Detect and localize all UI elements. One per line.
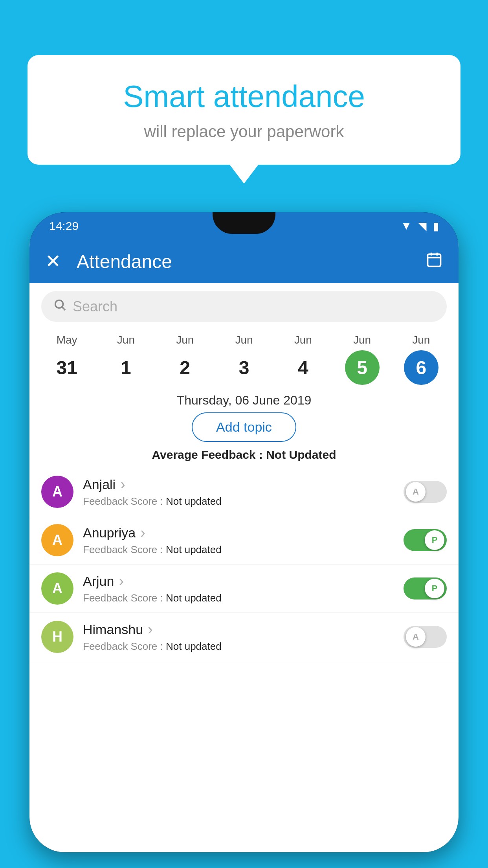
student-avatar: A [41,572,73,605]
student-avatar: A [41,476,73,508]
attendance-toggle[interactable]: P [404,529,447,551]
cal-date-number: 6 [404,350,438,385]
calendar-day-4[interactable]: Jun4 [279,334,327,385]
student-feedback-score: Feedback Score : Not updated [83,640,397,653]
attendance-toggle[interactable]: A [404,481,447,503]
student-name: Arjun [83,573,397,590]
speech-bubble-container: Smart attendance will replace your paper… [28,55,460,165]
average-feedback-label: Average Feedback : Not Updated [29,448,459,462]
student-name: Anjali [83,476,397,493]
cal-month-label: Jun [117,334,135,346]
feedback-prefix: Average Feedback : [152,448,266,461]
cal-month-label: May [57,334,77,346]
bubble-subtitle: will replace your paperwork [59,122,429,141]
cal-date-number: 2 [168,350,202,385]
svg-point-4 [55,300,63,308]
bubble-title: Smart attendance [59,79,429,114]
cal-date-number: 4 [286,350,320,385]
notch [213,212,275,234]
search-icon [53,298,66,315]
attendance-toggle[interactable]: P [404,577,447,600]
calendar-day-3[interactable]: Jun3 [220,334,268,385]
student-feedback-score: Feedback Score : Not updated [83,592,397,604]
student-avatar: H [41,621,73,653]
cal-month-label: Jun [235,334,253,346]
status-time: 14:29 [49,219,79,233]
student-item-2: AArjunFeedback Score : Not updatedP [29,565,459,613]
page-title: Attendance [77,251,426,272]
battery-icon: ▮ [433,220,439,233]
calendar-day-0[interactable]: May31 [43,334,90,385]
phone-frame: 14:29 ▼ ◥ ▮ ✕ Attendance [29,212,459,852]
calendar-strip: May31Jun1Jun2Jun3Jun4Jun5Jun6 [29,330,459,387]
student-feedback-score: Feedback Score : Not updated [83,495,397,508]
cal-date-number: 5 [345,350,380,385]
cal-month-label: Jun [353,334,371,346]
app-header: ✕ Attendance [29,240,459,283]
svg-line-5 [62,307,65,310]
calendar-day-6[interactable]: Jun6 [398,334,445,385]
selected-date-label: Thursday, 06 June 2019 [29,393,459,408]
app-screen: ✕ Attendance Search Ma [29,240,459,852]
calendar-day-1[interactable]: Jun1 [102,334,149,385]
feedback-value: Not Updated [266,448,336,461]
student-info[interactable]: AnupriyaFeedback Score : Not updated [83,524,397,556]
cal-date-number: 3 [227,350,261,385]
student-item-3: HHimanshuFeedback Score : Not updatedA [29,613,459,661]
cal-month-label: Jun [176,334,194,346]
add-topic-button[interactable]: Add topic [192,412,296,442]
student-name: Himanshu [83,621,397,638]
calendar-day-2[interactable]: Jun2 [161,334,209,385]
status-icons: ▼ ◥ ▮ [401,220,439,233]
student-feedback-score: Feedback Score : Not updated [83,544,397,556]
search-bar[interactable]: Search [41,291,447,322]
search-placeholder: Search [73,298,117,315]
signal-icon: ◥ [418,220,427,233]
calendar-day-5[interactable]: Jun5 [339,334,386,385]
student-avatar: A [41,524,73,556]
student-item-0: AAnjaliFeedback Score : Not updatedA [29,468,459,516]
status-bar: 14:29 ▼ ◥ ▮ [29,212,459,240]
cal-date-number: 1 [108,350,143,385]
student-info[interactable]: AnjaliFeedback Score : Not updated [83,476,397,508]
attendance-toggle[interactable]: A [404,626,447,648]
calendar-icon[interactable] [426,251,443,272]
cal-date-number: 31 [50,350,84,385]
student-item-1: AAnupriyaFeedback Score : Not updatedP [29,516,459,565]
speech-bubble: Smart attendance will replace your paper… [28,55,460,165]
svg-rect-0 [428,254,441,266]
wifi-icon: ▼ [401,220,412,232]
student-info[interactable]: ArjunFeedback Score : Not updated [83,573,397,604]
student-info[interactable]: HimanshuFeedback Score : Not updated [83,621,397,653]
cal-month-label: Jun [412,334,430,346]
close-button[interactable]: ✕ [45,252,61,271]
cal-month-label: Jun [294,334,312,346]
student-list: AAnjaliFeedback Score : Not updatedAAAnu… [29,468,459,852]
student-name: Anupriya [83,524,397,541]
